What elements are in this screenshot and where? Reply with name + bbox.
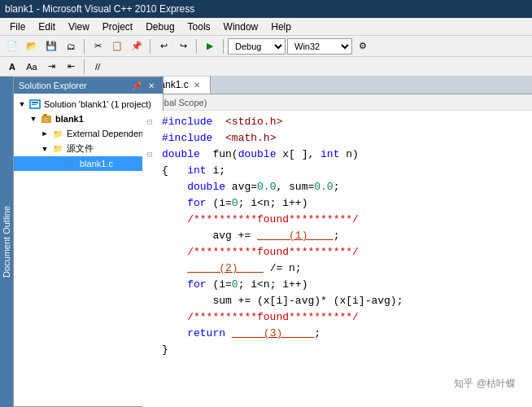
- expand-solution-icon[interactable]: ▼: [17, 99, 27, 109]
- code-content-5: double avg=0.0, sum=0.0;: [162, 179, 527, 195]
- se-file-label: blank1.c: [80, 159, 113, 168]
- menu-bar: File Edit View Project Debug Tools Windo…: [0, 18, 532, 36]
- code-line-4: { int i;: [142, 163, 532, 179]
- code-line-10: _____(2)____ /= n;: [142, 260, 532, 277]
- doc-outline-label: Document Outline: [2, 206, 11, 278]
- expand-ext-deps-icon[interactable]: ►: [40, 129, 50, 138]
- code-editor[interactable]: ⊟ #include <stdio.h> #include <math.h> ⊟…: [142, 111, 532, 407]
- code-content-10: _____(2)____ /= n;: [162, 260, 527, 277]
- tab-close-icon[interactable]: ✕: [194, 81, 200, 90]
- platform-dropdown[interactable]: Win32: [287, 38, 352, 55]
- menu-help[interactable]: Help: [264, 20, 298, 34]
- code-line-7: /**********found**********/: [142, 212, 532, 228]
- sep1: [84, 39, 85, 54]
- code-content-6: for (i=0; i<n; i++): [162, 195, 527, 212]
- run-button[interactable]: ▶: [201, 38, 219, 55]
- menu-view[interactable]: View: [62, 20, 96, 34]
- se-sources-item[interactable]: ▼ 📁 源文件: [14, 141, 163, 156]
- se-project-item[interactable]: ▼ C blank1: [14, 112, 163, 126]
- se-ext-deps-item[interactable]: ► 📁 External Dependencies: [14, 126, 163, 141]
- code-content-13: /**********found**********/: [162, 309, 527, 326]
- code-line-8: avg += _____(1)____;: [142, 228, 532, 244]
- sources-folder-icon: 📁: [51, 143, 64, 155]
- code-content-8: avg += _____(1)____;: [162, 228, 527, 244]
- menu-edit[interactable]: Edit: [32, 20, 62, 34]
- code-line-3: ⊟ double fun(double x[ ], int n): [142, 147, 532, 163]
- code-line-6: for (i=0; i<n; i++): [142, 195, 532, 212]
- sep4: [223, 39, 224, 54]
- menu-window[interactable]: Window: [217, 20, 265, 34]
- tab-bar: blank1.c ✕: [142, 77, 532, 94]
- save-all-button[interactable]: 🗂: [62, 38, 80, 55]
- code-line-9: /**********found**********/: [142, 244, 532, 260]
- save-button[interactable]: 💾: [42, 38, 60, 55]
- se-title: Solution Explorer: [19, 81, 87, 90]
- solution-explorer-header: Solution Explorer 📌 ✕: [14, 77, 163, 94]
- outdent-button[interactable]: ⇤: [62, 59, 80, 75]
- left-panel: Document Outline Solution Explorer 📌 ✕ ▼: [0, 77, 142, 407]
- code-content-2: #include <math.h>: [162, 130, 527, 147]
- c-file-icon: 🗒: [64, 158, 77, 169]
- undo-button[interactable]: ↩: [155, 38, 172, 55]
- se-file-item[interactable]: ► 🗒 blank1.c: [14, 156, 163, 171]
- se-solution-item[interactable]: ▼ Solution 'blank1' (1 project): [14, 97, 163, 112]
- open-button[interactable]: 📂: [23, 38, 41, 55]
- svg-rect-2: [32, 104, 37, 105]
- svg-text:C: C: [45, 117, 49, 122]
- indent-button[interactable]: ⇥: [42, 59, 60, 75]
- code-content-9: /**********found**********/: [162, 244, 527, 260]
- collapse-marker-1[interactable]: ⊟: [147, 116, 159, 129]
- se-tree: ▼ Solution 'blank1' (1 project) ▼: [14, 94, 163, 174]
- solution-explorer: Solution Explorer 📌 ✕ ▼: [13, 77, 164, 407]
- code-line-2: #include <math.h>: [142, 130, 532, 147]
- toolbar-secondary: A Aa ⇥ ⇤ //: [0, 57, 532, 77]
- se-solution-label: Solution 'blank1' (1 project): [44, 99, 151, 109]
- copy-button[interactable]: 📋: [108, 38, 126, 55]
- new-file-button[interactable]: 📄: [3, 38, 21, 55]
- code-content-11: for (i=0; i<n; i++): [162, 277, 527, 293]
- bold-button[interactable]: A: [3, 59, 21, 75]
- title-text: blank1 - Microsoft Visual C++ 2010 Expre…: [5, 3, 194, 15]
- code-content-4: { int i;: [162, 163, 527, 179]
- menu-project[interactable]: Project: [96, 20, 139, 34]
- config-manager-button[interactable]: ⚙: [354, 38, 372, 55]
- main-area: Document Outline Solution Explorer 📌 ✕ ▼: [0, 77, 532, 407]
- menu-tools[interactable]: Tools: [181, 20, 217, 34]
- se-header-icons: 📌 ✕: [130, 80, 158, 91]
- code-line-5: double avg=0.0, sum=0.0;: [142, 179, 532, 195]
- code-content-12: sum += (x[i]-avg)* (x[i]-avg);: [162, 293, 527, 309]
- project-icon: C: [40, 113, 53, 125]
- se-close-button[interactable]: ✕: [145, 80, 158, 91]
- title-bar: blank1 - Microsoft Visual C++ 2010 Expre…: [0, 0, 532, 18]
- cut-button[interactable]: ✂: [89, 38, 107, 55]
- expand-project-icon[interactable]: ▼: [28, 114, 38, 124]
- code-panel: blank1.c ✕ (Global Scope) ⊟ #include <st…: [142, 77, 532, 407]
- se-pin-button[interactable]: 📌: [130, 80, 143, 91]
- debug-config-dropdown[interactable]: Debug Release: [228, 38, 286, 55]
- se-sources-label: 源文件: [67, 142, 94, 155]
- toolbar-main: 📄 📂 💾 🗂 ✂ 📋 📌 ↩ ↪ ▶ Debug Release Win32 …: [0, 36, 532, 57]
- code-content-3: double fun(double x[ ], int n): [162, 147, 527, 163]
- collapse-marker-3[interactable]: ⊟: [147, 148, 159, 162]
- menu-debug[interactable]: Debug: [139, 20, 181, 34]
- redo-button[interactable]: ↪: [174, 38, 192, 55]
- code-line-11: for (i=0; i<n; i++): [142, 277, 532, 293]
- code-line-15: }: [142, 342, 532, 358]
- sep2: [150, 39, 150, 54]
- sep5: [84, 59, 85, 74]
- solution-icon: [28, 98, 41, 110]
- code-content-14: return _____(3)_____;: [162, 326, 527, 342]
- comment-button[interactable]: //: [89, 59, 107, 75]
- menu-file[interactable]: File: [3, 20, 32, 34]
- code-line-1: ⊟ #include <stdio.h>: [142, 114, 532, 130]
- sep3: [196, 39, 197, 54]
- code-content-7: /**********found**********/: [162, 212, 527, 228]
- folder-icon: 📁: [51, 128, 64, 139]
- format-button[interactable]: Aa: [23, 59, 41, 75]
- expand-sources-icon[interactable]: ▼: [40, 144, 50, 154]
- code-content-1: #include <stdio.h>: [162, 114, 527, 130]
- document-outline-tab[interactable]: Document Outline: [0, 77, 13, 407]
- svg-rect-1: [32, 102, 38, 103]
- scope-bar: (Global Scope): [142, 94, 532, 111]
- paste-button[interactable]: 📌: [128, 38, 146, 55]
